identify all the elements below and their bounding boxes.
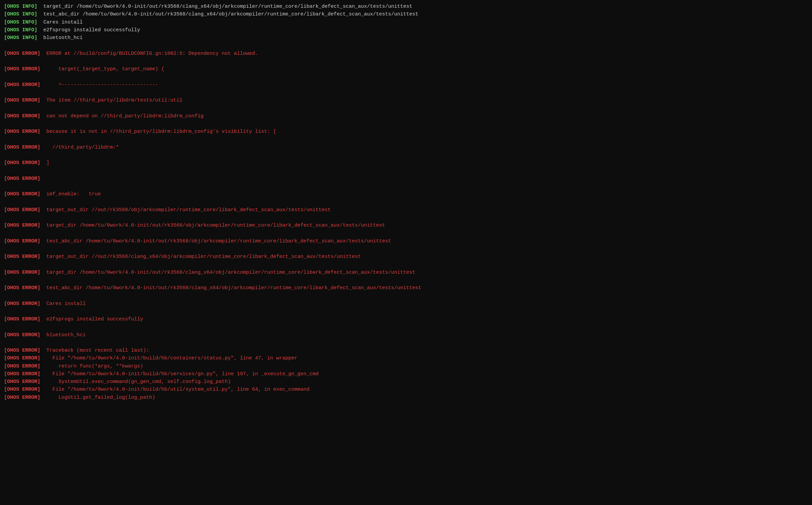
log-message: File "/home/tu/0work/4.0-init/build/hb/c… bbox=[43, 354, 297, 362]
tag-info: [OHOS INFO] bbox=[4, 18, 37, 26]
empty-line bbox=[4, 261, 808, 268]
tag-error: [OHOS ERROR] bbox=[4, 50, 40, 57]
tag-error: [OHOS ERROR] bbox=[4, 159, 40, 167]
tag-info: [OHOS INFO] bbox=[4, 10, 37, 18]
tag-info: [OHOS INFO] bbox=[4, 26, 37, 34]
log-message: target_dir /home/tu/0work/4.0-init/out/r… bbox=[43, 222, 385, 229]
empty-line bbox=[4, 104, 808, 112]
log-line: [OHOS ERROR] //third_party/libdrm:* bbox=[4, 144, 808, 151]
empty-line bbox=[4, 198, 808, 206]
log-line: [OHOS ERROR] bluetooth_hci bbox=[4, 331, 808, 339]
log-line: [OHOS INFO] Cares install bbox=[4, 18, 808, 26]
empty-line bbox=[4, 57, 808, 65]
tag-error: [OHOS ERROR] bbox=[4, 347, 40, 354]
log-message: imf_enable: true bbox=[43, 190, 101, 198]
tag-error: [OHOS ERROR] bbox=[4, 253, 40, 261]
log-line: [OHOS ERROR] return func(*args, **kwargs… bbox=[4, 362, 808, 370]
tag-error: [OHOS ERROR] bbox=[4, 354, 40, 362]
log-line: [OHOS ERROR] test_abc_dir /home/tu/0work… bbox=[4, 237, 808, 245]
empty-line bbox=[4, 89, 808, 96]
log-line: [OHOS ERROR] bbox=[4, 175, 808, 183]
log-line: [OHOS ERROR] target_dir /home/tu/0work/4… bbox=[4, 269, 808, 276]
log-message: The item //third_party/libdrm/tests/util… bbox=[43, 96, 182, 104]
log-line: [OHOS INFO] test_abc_dir /home/tu/0work/… bbox=[4, 10, 808, 18]
tag-error: [OHOS ERROR] bbox=[4, 269, 40, 276]
tag-info: [OHOS INFO] bbox=[4, 34, 37, 42]
log-message: bluetooth_hci bbox=[40, 34, 83, 42]
log-line: [OHOS ERROR] File "/home/tu/0work/4.0-in… bbox=[4, 354, 808, 362]
log-message: SystemUtil.exec_command(gn_gen_cmd, self… bbox=[43, 378, 231, 386]
log-line: [OHOS ERROR] target(_target_type, target… bbox=[4, 65, 808, 73]
log-message: target_out_dir //out/rk3568/obj/arkcompi… bbox=[43, 206, 331, 214]
tag-error: [OHOS ERROR] bbox=[4, 65, 40, 73]
tag-error: [OHOS ERROR] bbox=[4, 394, 40, 401]
empty-line bbox=[4, 73, 808, 81]
tag-error: [OHOS ERROR] bbox=[4, 315, 40, 323]
tag-error: [OHOS ERROR] bbox=[4, 190, 40, 198]
log-line: [OHOS ERROR] ] bbox=[4, 159, 808, 167]
log-message: test_abc_dir /home/tu/0work/4.0-init/out… bbox=[40, 10, 418, 18]
empty-line bbox=[4, 183, 808, 190]
log-line: [OHOS ERROR] e2fsprogs installed success… bbox=[4, 315, 808, 323]
log-line: [OHOS INFO] bluetooth_hci bbox=[4, 34, 808, 42]
log-message: File "/home/tu/0work/4.0-init/build/hb/s… bbox=[43, 370, 318, 378]
empty-line bbox=[4, 214, 808, 222]
empty-line bbox=[4, 135, 808, 143]
log-message: ] bbox=[43, 159, 49, 167]
log-message: target_dir /home/tu/0work/4.0-init/out/r… bbox=[40, 3, 412, 10]
log-message: e2fsprogs installed successfully bbox=[43, 315, 143, 323]
log-line: [OHOS ERROR] File "/home/tu/0work/4.0-in… bbox=[4, 370, 808, 378]
tag-error: [OHOS ERROR] bbox=[4, 284, 40, 292]
log-line: [OHOS ERROR] target_out_dir //out/rk3568… bbox=[4, 206, 808, 214]
log-message: Cares install bbox=[40, 18, 83, 26]
log-message: return func(*args, **kwargs) bbox=[43, 362, 143, 370]
tag-error: [OHOS ERROR] bbox=[4, 370, 40, 378]
tag-error: [OHOS ERROR] bbox=[4, 222, 40, 229]
empty-line bbox=[4, 245, 808, 253]
log-line: [OHOS ERROR] can not depend on //third_p… bbox=[4, 112, 808, 120]
tag-error: [OHOS ERROR] bbox=[4, 81, 40, 89]
log-line: [OHOS ERROR] SystemUtil.exec_command(gn_… bbox=[4, 378, 808, 386]
tag-error: [OHOS ERROR] bbox=[4, 386, 40, 393]
log-line: [OHOS ERROR] because it is not in //thir… bbox=[4, 128, 808, 135]
log-line: [OHOS ERROR] target_out_dir //out/rk3568… bbox=[4, 253, 808, 261]
log-message: Traceback (most recent call last): bbox=[43, 347, 149, 354]
log-line: [OHOS ERROR] File "/home/tu/0work/4.0-in… bbox=[4, 386, 808, 393]
empty-line bbox=[4, 151, 808, 159]
log-message: bluetooth_hci bbox=[43, 331, 86, 339]
log-line: [OHOS ERROR] Cares install bbox=[4, 300, 808, 308]
log-message: target_out_dir //out/rk3568/clang_x64/ob… bbox=[43, 253, 361, 261]
log-line: [OHOS ERROR] target_dir /home/tu/0work/4… bbox=[4, 222, 808, 229]
log-line: [OHOS ERROR] The item //third_party/libd… bbox=[4, 96, 808, 104]
log-message: test_abc_dir /home/tu/0work/4.0-init/out… bbox=[43, 237, 391, 245]
tag-error: [OHOS ERROR] bbox=[4, 331, 40, 339]
log-message: e2fsprogs installed successfully bbox=[40, 26, 140, 34]
empty-line bbox=[4, 229, 808, 237]
tag-error: [OHOS ERROR] bbox=[4, 300, 40, 308]
log-line: [OHOS ERROR] Traceback (most recent call… bbox=[4, 347, 808, 354]
terminal-output: [OHOS INFO] target_dir /home/tu/0work/4.… bbox=[4, 3, 808, 401]
tag-error: [OHOS ERROR] bbox=[4, 128, 40, 135]
empty-line bbox=[4, 167, 808, 174]
tag-error: [OHOS ERROR] bbox=[4, 378, 40, 386]
log-message: LogUtil.get_failed_log(log_path) bbox=[43, 394, 155, 401]
tag-error: [OHOS ERROR] bbox=[4, 206, 40, 214]
log-message: can not depend on //third_party/libdrm:l… bbox=[43, 112, 204, 120]
log-message: test_abc_dir /home/tu/0work/4.0-init/out… bbox=[43, 284, 421, 292]
tag-error: [OHOS ERROR] bbox=[4, 362, 40, 370]
empty-line bbox=[4, 292, 808, 300]
log-message: because it is not in //third_party/libdr… bbox=[43, 128, 276, 135]
empty-line bbox=[4, 339, 808, 347]
log-line: [OHOS INFO] e2fsprogs installed successf… bbox=[4, 26, 808, 34]
log-message: target_dir /home/tu/0work/4.0-init/out/r… bbox=[43, 269, 415, 276]
empty-line bbox=[4, 120, 808, 128]
log-message: ^-------------------------------- bbox=[43, 81, 158, 89]
log-line: [OHOS INFO] target_dir /home/tu/0work/4.… bbox=[4, 3, 808, 10]
log-message: File "/home/tu/0work/4.0-init/build/hb/u… bbox=[43, 386, 309, 393]
log-message: ERROR at //build/config/BUILDCONFIG.gn:1… bbox=[43, 50, 258, 57]
empty-line bbox=[4, 276, 808, 284]
empty-line bbox=[4, 323, 808, 331]
tag-error: [OHOS ERROR] bbox=[4, 175, 40, 183]
empty-line bbox=[4, 308, 808, 315]
log-message: target(_target_type, target_name) { bbox=[43, 65, 164, 73]
